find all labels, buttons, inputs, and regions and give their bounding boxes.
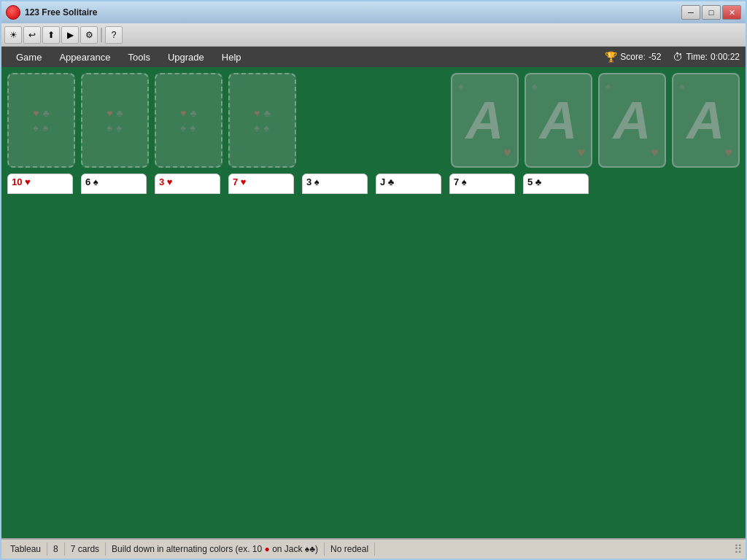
score-value: -52	[649, 52, 661, 62]
status-grip: ⠿	[734, 542, 743, 556]
card-col3-1[interactable]: 3 ♥	[155, 174, 220, 194]
menu-appearance[interactable]: Appearance	[50, 49, 119, 66]
stock-area: ♥ ♣ ♠ ♠ ♥ ♣ ♠ ♠	[7, 73, 296, 168]
foundation-1[interactable]: A ♠ ♥	[451, 73, 519, 168]
status-rule: Build down in alternating colors (ex. 10…	[106, 542, 325, 556]
title-bar-left: 123 Free Solitaire	[6, 5, 97, 20]
status-redeal: No redeal	[325, 542, 375, 556]
menu-game[interactable]: Game	[7, 49, 50, 66]
toolbar: ☀ ↩ ⬆ ▶ ⚙ ?	[1, 23, 746, 47]
card-col1-1[interactable]: 10 ♥	[7, 174, 73, 194]
time-value: 0:00:22	[711, 52, 740, 62]
toolbar-new-btn[interactable]: ☀	[4, 26, 22, 44]
foundation-2-suit-tl: ♠	[532, 80, 537, 92]
status-tableau: Tableau	[4, 542, 47, 556]
menu-tools[interactable]: Tools	[120, 49, 159, 66]
foundation-4[interactable]: A ♠ ♥	[672, 73, 740, 168]
foundation-2-suit: ♥	[577, 145, 585, 160]
stock-slot-3[interactable]: ♥ ♣ ♠ ♠	[155, 73, 222, 168]
time-area: ⏱ Time: 0:00:22	[673, 51, 740, 63]
app-icon	[6, 5, 20, 20]
time-label: Time:	[686, 52, 708, 62]
stock-slot-2[interactable]: ♥ ♣ ♠ ♠	[81, 73, 149, 168]
stock-slot-4[interactable]: ♥ ♣ ♠ ♠	[228, 73, 296, 168]
foundation-4-suit: ♥	[724, 145, 732, 160]
menu-help[interactable]: Help	[213, 49, 250, 66]
toolbar-help-btn[interactable]: ?	[105, 26, 123, 44]
score-label: Score:	[620, 52, 646, 62]
foundation-3-suit: ♥	[651, 145, 659, 160]
toolbar-undo-btn[interactable]: ↩	[23, 26, 41, 44]
card-col4-1[interactable]: 7 ♥	[228, 174, 294, 194]
menubar-right: 🏆 Score: -52 ⏱ Time: 0:00:22	[605, 51, 740, 63]
card-col2-1[interactable]: 6 ♠	[81, 174, 147, 194]
menu-upgrade[interactable]: Upgrade	[159, 49, 213, 66]
toolbar-hint-btn[interactable]: ⬆	[42, 26, 60, 44]
card-col8-1[interactable]: 5 ♣	[523, 174, 589, 194]
toolbar-separator	[101, 28, 102, 42]
statusbar: Tableau 8 7 cards Build down in alternat…	[1, 538, 746, 559]
foundation-3-ace: A	[614, 90, 651, 150]
window-controls: ─ □ ✕	[681, 5, 741, 20]
menubar: Game Appearance Tools Upgrade Help 🏆 Sco…	[1, 47, 746, 67]
main-window: 123 Free Solitaire ─ □ ✕ ☀ ↩ ⬆ ▶ ⚙ ? Gam…	[0, 0, 747, 560]
title-bar: 123 Free Solitaire ─ □ ✕	[1, 1, 746, 23]
minimize-button[interactable]: ─	[681, 5, 700, 20]
foundation-4-ace: A	[687, 90, 725, 150]
foundation-2-ace: A	[540, 90, 578, 150]
status-cards: 7 cards	[65, 542, 106, 556]
close-button[interactable]: ✕	[722, 5, 741, 20]
toolbar-settings-btn[interactable]: ⚙	[80, 26, 98, 44]
card-col6-1[interactable]: J ♣	[376, 174, 441, 194]
status-columns: 8	[47, 542, 65, 556]
stock-slot-1[interactable]: ♥ ♣ ♠ ♠	[7, 73, 75, 168]
toolbar-play-btn[interactable]: ▶	[61, 26, 79, 44]
foundation-4-suit-tl: ♠	[679, 80, 684, 92]
window-title: 123 Free Solitaire	[25, 7, 97, 18]
game-area: ♥ ♣ ♠ ♠ ♥ ♣ ♠ ♠	[1, 67, 746, 538]
foundation-3[interactable]: A ♠ ♥	[598, 73, 666, 168]
score-area: 🏆 Score: -52	[605, 51, 661, 63]
foundation-1-ace: A	[466, 90, 504, 150]
foundation-1-suit: ♥	[503, 145, 511, 160]
status-rule-dot: ●	[265, 544, 270, 554]
card-col5-1[interactable]: 3 ♠	[302, 174, 368, 194]
foundation-area: A ♠ ♥ A ♠ ♥ A ♠ ♥ A ♠ ♥	[451, 73, 740, 168]
card-col7-1[interactable]: 7 ♠	[449, 174, 515, 194]
foundation-3-suit-tl: ♠	[605, 80, 611, 92]
top-row: ♥ ♣ ♠ ♠ ♥ ♣ ♠ ♠	[7, 73, 740, 168]
foundation-1-suit-tl: ♠	[458, 80, 463, 92]
maximize-button[interactable]: □	[702, 5, 721, 20]
foundation-2[interactable]: A ♠ ♥	[525, 73, 592, 168]
